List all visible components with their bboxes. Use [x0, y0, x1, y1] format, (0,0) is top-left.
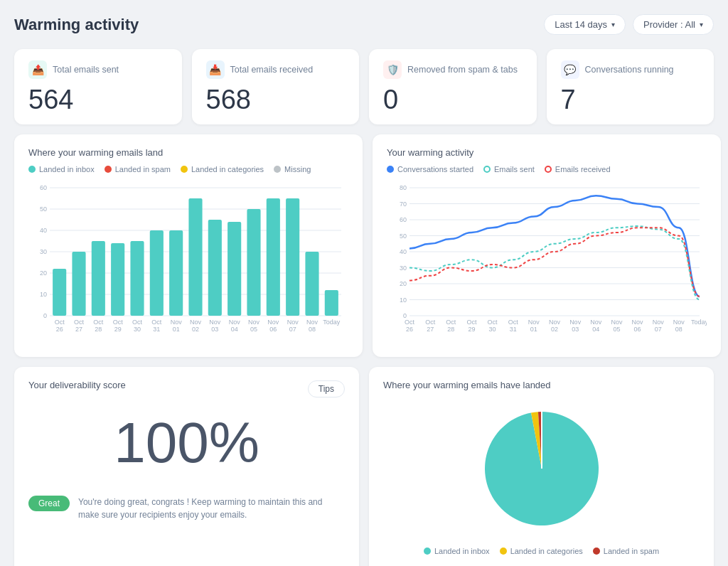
svg-rect-19 [150, 230, 164, 316]
svg-text:Nov: Nov [190, 319, 202, 326]
svg-text:Nov: Nov [528, 319, 540, 326]
svg-text:20: 20 [40, 269, 47, 277]
deliverability-title: Your deliverability score [28, 380, 126, 390]
svg-text:Nov: Nov [611, 319, 623, 326]
svg-text:60: 60 [40, 184, 47, 191]
svg-text:01: 01 [173, 326, 180, 333]
svg-text:30: 30 [134, 326, 141, 333]
page-header: Warming activity Last 14 days ▾ Provider… [14, 14, 714, 35]
svg-text:08: 08 [309, 326, 316, 333]
svg-rect-23 [228, 222, 241, 316]
stat-value: 0 [383, 86, 523, 113]
score-message: You're doing great, congrats ! Keep warm… [78, 496, 345, 521]
legend-item: Conversations started [387, 165, 473, 173]
chevron-down-icon: ▾ [611, 21, 615, 28]
stat-card-removed-spam: 🛡️ Removed from spam & tabs 0 [369, 49, 537, 124]
svg-text:Oct: Oct [405, 319, 415, 326]
svg-text:26: 26 [406, 326, 413, 333]
svg-text:10: 10 [400, 297, 407, 304]
chevron-down-icon: ▾ [700, 21, 703, 28]
svg-text:0: 0 [43, 312, 47, 319]
svg-text:03: 03 [572, 326, 579, 333]
svg-text:Nov: Nov [287, 319, 299, 326]
svg-text:10: 10 [40, 291, 47, 298]
stat-value: 568 [206, 86, 346, 113]
line-chart-title: Your warming activity [387, 147, 707, 158]
great-badge: Great [28, 496, 70, 511]
svg-text:80: 80 [400, 184, 407, 191]
svg-text:02: 02 [551, 326, 558, 333]
svg-text:30: 30 [40, 248, 47, 255]
provider-label: Provider : All [643, 19, 695, 30]
stat-label: Total emails received [230, 65, 314, 75]
svg-rect-16 [92, 241, 105, 316]
stat-value: 7 [561, 86, 700, 113]
svg-text:28: 28 [447, 326, 454, 333]
stat-icon: 💬 [561, 60, 579, 79]
bar-chart-area: 0102030405060Oct26Oct27Oct28Oct29Oct30Oc… [28, 181, 348, 344]
svg-text:Nov: Nov [229, 319, 241, 326]
svg-rect-14 [53, 269, 66, 316]
stat-label: Total emails sent [53, 65, 119, 75]
svg-text:Oct: Oct [93, 319, 104, 326]
svg-text:Oct: Oct [74, 319, 85, 326]
svg-text:Nov: Nov [209, 319, 221, 326]
svg-text:20: 20 [400, 280, 407, 287]
svg-rect-27 [305, 252, 318, 316]
deliverability-card: Your deliverability score Tips 100% Grea… [14, 367, 359, 566]
page-title: Warming activity [14, 16, 139, 34]
svg-rect-15 [72, 252, 85, 316]
svg-text:Nov: Nov [569, 319, 582, 326]
svg-text:Nov: Nov [267, 319, 279, 326]
tips-button[interactable]: Tips [308, 380, 345, 397]
legend-item: Landed in spam [105, 165, 171, 173]
svg-text:70: 70 [400, 201, 407, 208]
svg-text:Nov: Nov [248, 319, 260, 326]
stat-header: 🛡️ Removed from spam & tabs [383, 60, 523, 79]
line-chart-legend: Conversations startedEmails sentEmails r… [387, 165, 707, 173]
stat-card-emails-received: 📥 Total emails received 568 [192, 49, 360, 124]
stat-label: Conversations running [585, 65, 674, 75]
legend-item: Landed in inbox [28, 165, 95, 173]
svg-text:40: 40 [400, 248, 407, 255]
svg-text:29: 29 [114, 326, 122, 333]
svg-text:Nov: Nov [653, 319, 665, 326]
svg-text:Nov: Nov [590, 319, 602, 326]
svg-text:31: 31 [510, 326, 517, 333]
svg-text:03: 03 [211, 326, 218, 333]
legend-item: Landed in categories [181, 165, 264, 173]
svg-rect-20 [169, 230, 183, 316]
svg-text:Oct: Oct [132, 319, 143, 326]
svg-rect-17 [111, 243, 124, 316]
svg-text:Oct: Oct [446, 319, 456, 326]
bar-chart-legend: Landed in inboxLanded in spamLanded in c… [28, 165, 348, 173]
svg-text:Oct: Oct [508, 319, 519, 326]
svg-text:Today: Today [691, 319, 707, 326]
svg-text:04: 04 [231, 326, 238, 333]
pie-chart-card: Where your warming emails have landed La… [369, 367, 714, 566]
pie-chart-title: Where your warming emails have landed [383, 380, 700, 390]
pie-chart-area: Landed in inboxLanded in categoriesLande… [383, 397, 700, 562]
date-range-dropdown[interactable]: Last 14 days ▾ [544, 14, 626, 35]
provider-dropdown[interactable]: Provider : All ▾ [633, 14, 714, 35]
svg-text:05: 05 [250, 326, 257, 333]
svg-text:Nov: Nov [306, 319, 318, 326]
svg-text:50: 50 [400, 233, 407, 240]
svg-text:05: 05 [613, 326, 620, 333]
bar-chart-card: Where your warming emails land Landed in… [14, 134, 363, 357]
stat-header: 📤 Total emails sent [28, 60, 168, 79]
stat-header: 📥 Total emails received [206, 60, 346, 79]
svg-rect-21 [188, 198, 202, 316]
svg-text:29: 29 [468, 326, 475, 333]
svg-text:Nov: Nov [632, 319, 644, 326]
svg-text:Today: Today [323, 319, 341, 326]
svg-text:Oct: Oct [113, 319, 124, 326]
stat-value: 564 [28, 86, 168, 113]
svg-text:Oct: Oct [425, 319, 436, 326]
svg-text:Oct: Oct [488, 319, 498, 326]
stat-card-emails-sent: 📤 Total emails sent 564 [14, 49, 182, 124]
score-footer: Great You're doing great, congrats ! Kee… [28, 496, 345, 521]
pie-legend-item: Landed in inbox [424, 547, 490, 555]
charts-row: Where your warming emails land Landed in… [14, 134, 714, 357]
svg-text:06: 06 [269, 326, 277, 333]
